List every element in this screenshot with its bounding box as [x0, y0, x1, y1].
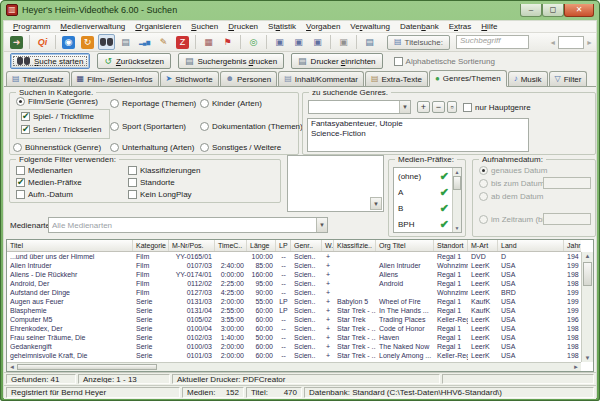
column-header-genr[interactable]: Genr..: [291, 240, 322, 251]
genre-add-button[interactable]: +: [417, 101, 430, 113]
menu-item-programm[interactable]: Programm: [8, 21, 55, 32]
program-info-icon[interactable]: Qi: [34, 34, 51, 50]
column-header-org-titel[interactable]: Org Titel: [376, 240, 434, 251]
tab-filter[interactable]: ▽Filter: [549, 71, 588, 86]
chevron-down-icon[interactable]: ▼: [370, 197, 382, 210]
organize-icon[interactable]: ↻: [79, 34, 96, 50]
tab-stichworte[interactable]: ➤Stichworte: [160, 71, 219, 86]
print-results-button[interactable]: ▤Suchergebnis drucken: [178, 53, 284, 69]
vertical-scrollbar[interactable]: ▲ ▼: [581, 252, 593, 362]
print-icon[interactable]: ▤: [117, 34, 134, 50]
cd-icon[interactable]: ◎: [245, 34, 262, 50]
horizontal-scrollbar[interactable]: ◄ ►: [7, 362, 581, 371]
praefix-item-bph[interactable]: BPH✔: [394, 216, 452, 232]
genre-remove-button[interactable]: −: [432, 101, 445, 113]
bis-zum-datum-field[interactable]: [543, 177, 591, 189]
im-zeitraum-field[interactable]: [543, 213, 591, 225]
scroll-right-icon[interactable]: ►: [572, 363, 580, 371]
tab-genres-themen[interactable]: ●Genres/Themen: [429, 70, 507, 87]
radio-buehnenstueck[interactable]: Bühnenstück (Genre): [13, 143, 101, 152]
table-row[interactable]: Frau seiner Träume, DieSerie0102/031:40:…: [7, 333, 581, 342]
pager-left-icon[interactable]: ◄: [549, 39, 556, 46]
menu-item-extras[interactable]: Extras: [444, 21, 477, 32]
table-row[interactable]: GedankengiftSerie0100/032:00:0060:00--Sc…: [7, 342, 581, 351]
praefixe-list[interactable]: (ohne)✔A✔B✔BPH✔ ▲ ▼: [393, 167, 462, 233]
radio-ab-dem-datum[interactable]: ab dem Datum: [479, 192, 543, 201]
alpha-sort-checkbox[interactable]: Alphabetische Sortierung: [394, 57, 495, 66]
table-row[interactable]: Computer M5Serie0105/023:55:0060:00--Sci…: [7, 315, 581, 324]
menu-item-datenbank[interactable]: Datenbank: [395, 21, 444, 32]
table-header[interactable]: TitelKategorieM-Nr/Pos.TimeC..LängeLPGen…: [7, 240, 581, 252]
menu-item-drucken[interactable]: Drucken: [223, 21, 263, 32]
table-row[interactable]: geheimnisvolle Kraft, DieSerie0101/032:0…: [7, 351, 581, 360]
scroll-up-icon[interactable]: ▲: [583, 253, 592, 259]
db-save-icon[interactable]: ▣: [271, 34, 288, 50]
genre-list-item[interactable]: Science-Fiction: [308, 129, 528, 139]
flag-icon[interactable]: ⚑: [219, 34, 236, 50]
column-header-länge[interactable]: Länge: [247, 240, 276, 251]
column-header-lp[interactable]: LP: [276, 240, 291, 251]
scroll-thumb[interactable]: [453, 176, 461, 190]
medienarten-combobox[interactable]: Alle Medienarten ▼: [48, 217, 328, 233]
filter-kein-longplay[interactable]: Kein LongPlay: [128, 190, 192, 199]
table-row[interactable]: Aufstand der DingeFilm0127/034:25:0090:0…: [7, 288, 581, 297]
table-row[interactable]: Android, DerFilm0112/022:25:0095:00--Sci…: [7, 279, 581, 288]
globe-icon[interactable]: ◉: [60, 34, 77, 50]
column-header-w[interactable]: W.: [322, 240, 334, 251]
column-header-standort[interactable]: Standort: [434, 240, 468, 251]
calendar-icon[interactable]: ▦: [200, 34, 217, 50]
genre-clear-button[interactable]: ▫: [447, 101, 457, 113]
table-row[interactable]: ...und über uns der HimmelFilmYY-0165/01…: [7, 252, 581, 261]
statistics-icon[interactable]: ▂▄▆: [136, 34, 153, 50]
filter-standorte[interactable]: Standorte: [128, 178, 175, 187]
filter-values-list[interactable]: ▼: [287, 155, 384, 212]
db-edit-icon[interactable]: ▣: [309, 34, 326, 50]
table-row[interactable]: BlasphemieSerie0131/042:55:0060:00LPScie…: [7, 306, 581, 315]
pager-right-icon[interactable]: ►: [586, 39, 593, 46]
genre-combobox[interactable]: ▼: [308, 100, 411, 114]
nur-hauptgenre-checkbox[interactable]: nur Hauptgenre: [463, 103, 531, 112]
radio-dokumentation[interactable]: Dokumentation (Themen): [200, 122, 303, 131]
column-header-m-art[interactable]: M-Art: [468, 240, 498, 251]
tab-inhalt-kommentar[interactable]: ▤Inhalt/Kommentar: [278, 71, 364, 86]
selected-genres-list[interactable]: Fantasyabenteuer, UtopieScience-Fiction: [307, 118, 529, 152]
filter-medien-praefixe[interactable]: Medien-Präfixe: [16, 178, 82, 187]
minimize-button[interactable]: –: [520, 4, 542, 17]
scroll-thumb[interactable]: [583, 262, 592, 286]
scroll-up-icon[interactable]: ▲: [454, 169, 460, 175]
filter-aufn-datum[interactable]: Aufn.-Datum: [16, 190, 73, 199]
column-header-kategorie[interactable]: Kategorie: [133, 240, 169, 251]
menu-item-medienverwaltung[interactable]: Medienverwaltung: [55, 21, 130, 32]
table-row[interactable]: Ehrenkodex, DerSerie0100/043:00:0060:00-…: [7, 324, 581, 333]
column-header-klassifizie[interactable]: Klassifizie..: [334, 240, 376, 251]
search-binoculars-icon[interactable]: [98, 34, 115, 50]
praefix-item-a[interactable]: A✔: [394, 184, 452, 200]
table-row[interactable]: Augen aus FeuerSerie0131/032:00:0055:00L…: [7, 297, 581, 306]
genre-list-item[interactable]: Fantasyabenteuer, Utopie: [308, 119, 528, 129]
table-row[interactable]: Aliens - Die RückkehrFilmYY-0174/010:00:…: [7, 270, 581, 279]
reset-button[interactable]: ↺Zurücksetzen: [97, 53, 171, 69]
column-header-timec[interactable]: TimeC..: [215, 240, 247, 251]
menu-item-suchen[interactable]: Suchen: [186, 21, 223, 32]
search-input[interactable]: Suchbegriff: [456, 35, 529, 49]
scroll-down-icon[interactable]: ▼: [454, 225, 460, 231]
menu-item-organisieren[interactable]: Organisieren: [130, 21, 186, 32]
db-backup-icon[interactable]: ▣: [335, 34, 352, 50]
filter-klassifizierungen[interactable]: Klassifizierungen: [128, 166, 200, 175]
edit-z-icon[interactable]: Z: [174, 34, 191, 50]
tab-extra-texte[interactable]: ▤Extra-Texte: [365, 71, 428, 86]
radio-reportage[interactable]: Reportage (Themen): [110, 99, 196, 108]
tab-film-serien-infos[interactable]: ▦Film- /Serien-Infos: [71, 71, 159, 86]
column-header-land[interactable]: Land: [498, 240, 564, 251]
db-open-icon[interactable]: ▣: [290, 34, 307, 50]
radio-genaues-datum[interactable]: genaues Datum: [479, 166, 547, 175]
start-search-button[interactable]: Suche starten: [10, 53, 90, 69]
scroll-thumb[interactable]: [17, 364, 157, 370]
table-row[interactable]: Alien IntruderFilm0107/032:40:0085:00--S…: [7, 261, 581, 270]
pager-value-box[interactable]: [558, 36, 584, 49]
menu-item-statistik[interactable]: Statistik: [263, 21, 301, 32]
radio-kinder[interactable]: Kinder (Arten): [200, 99, 262, 108]
tab-personen[interactable]: ☻Personen: [220, 71, 278, 86]
radio-sonstiges[interactable]: Sonstiges / Weitere: [200, 143, 281, 152]
scroll-down-icon[interactable]: ▼: [583, 355, 592, 361]
